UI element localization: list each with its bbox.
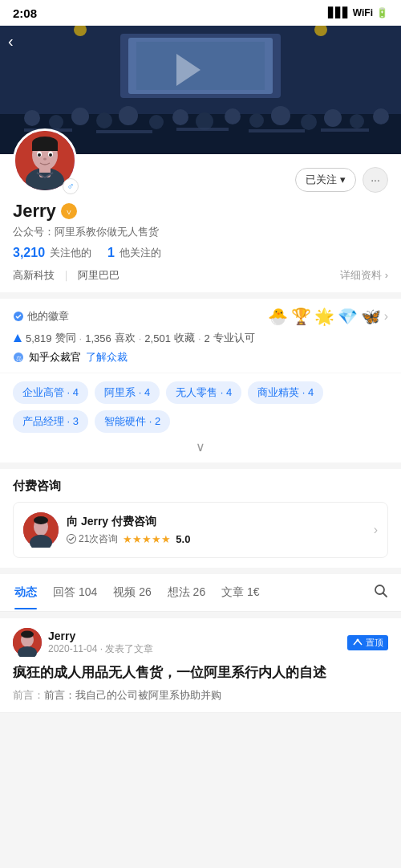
consult-section: 付费咨询 向 Jerry 付费咨询 21次咨询 ★★★★★ [0,469,401,568]
expand-icon[interactable]: ∨ [196,439,205,454]
svg-line-53 [383,593,387,597]
consult-title: 付费咨询 [13,479,388,494]
badge-2: 🏆 [291,307,311,326]
svg-point-49 [34,516,48,524]
status-time: 2:08 [13,6,37,20]
arbiter-link[interactable]: 了解众裁 [86,350,128,365]
feed-excerpt: 前言：前言：我自己的公司被阿里系协助并购 [13,687,388,703]
top-badge-icon [352,637,363,648]
svg-text:⚖: ⚖ [16,355,22,362]
badge-1: 🐣 [268,307,288,326]
tag-1[interactable]: 阿里系 · 4 [95,381,160,404]
tags-section: 企业高管 · 4 阿里系 · 4 无人零售 · 4 商业精英 · 4 产品经理 … [0,373,401,463]
svg-point-56 [21,631,34,638]
status-bar: 2:08 ▋▋▋ WiFi 🔋 [0,0,401,26]
tag-2[interactable]: 无人零售 · 4 [166,381,241,404]
tab-articles[interactable]: 文章 1€ [213,576,267,609]
svg-rect-3 [136,42,265,90]
signal-icon: ▋▋▋ [328,7,350,18]
status-icons: ▋▋▋ WiFi 🔋 [328,7,388,18]
svg-point-21 [350,114,364,128]
badge-pin-icon [13,311,24,322]
message-button[interactable]: ··· [363,167,388,193]
svg-point-20 [324,109,342,127]
favorites-count: 1,356 [85,332,111,344]
rating-stars: ★★★★★ [123,533,171,545]
tab-videos[interactable]: 视频 26 [105,576,159,609]
likes-label: 赞同 [55,331,76,345]
verified-icon: V [63,206,75,217]
svg-point-22 [373,108,389,124]
rating-value: 5.0 [176,533,190,545]
likes-count: 5,819 [26,332,52,344]
message-icon: ··· [371,173,380,186]
svg-point-37 [49,153,52,157]
arbiter-row: ⚖ 知乎众裁官 了解众裁 [13,350,388,365]
badges-chevron[interactable]: › [384,309,388,324]
feed-avatar [13,628,42,657]
svg-point-14 [172,109,188,125]
badge-3: 🌟 [314,307,334,326]
consult-card[interactable]: 向 Jerry 付费咨询 21次咨询 ★★★★★ 5.0 › [13,502,388,558]
feed-section: Jerry 2020-11-04 · 发表了文章 置顶 疯狂的成人用品无人售货，… [0,618,401,713]
action-buttons: 已关注 ▾ ··· [295,161,388,193]
badge-5: 🦋 [361,307,381,326]
tag-5[interactable]: 智能硬件 · 2 [95,410,170,433]
badges-label: 他的徽章 [13,309,69,324]
followers-count: 3,210 [13,246,45,260]
svg-point-16 [225,108,241,124]
svg-point-19 [301,114,317,130]
svg-rect-27 [321,128,369,132]
favorites-label: 喜欢 [115,331,136,345]
tag-0[interactable]: 企业高管 · 4 [13,381,88,404]
tab-activity[interactable]: 动态 [6,576,45,609]
svg-point-13 [149,115,164,129]
svg-point-11 [96,112,112,128]
arbiter-icon: ⚖ [13,352,24,363]
feed-date: 2020-11-04 · 发表了文章 [48,642,153,656]
feed-title[interactable]: 疯狂的成人用品无人售货，一位阿里系行内人的自述 [13,663,388,683]
tags-grid: 企业高管 · 4 阿里系 · 4 无人零售 · 4 商业精英 · 4 产品经理 … [13,381,388,433]
tab-thoughts[interactable]: 想法 26 [160,576,213,609]
svg-point-10 [71,108,89,125]
feed-user-info: Jerry 2020-11-04 · 发表了文章 [13,628,153,657]
tag-3[interactable]: 商业精英 · 4 [248,381,323,404]
svg-point-15 [196,112,213,130]
svg-point-9 [49,115,63,129]
tab-search-button[interactable] [367,574,395,611]
profile-section: ♂ 已关注 ▾ ··· Jerry V 公众号：阿里系教你做无人售货 3,210… [0,154,401,292]
tag-4[interactable]: 产品经理 · 3 [13,410,88,433]
svg-point-8 [24,110,40,126]
arbiter-title: 知乎众裁官 [29,350,81,365]
consult-info: 向 Jerry 付费咨询 21次咨询 ★★★★★ 5.0 [67,515,366,546]
svg-point-40 [43,158,47,161]
svg-rect-58 [352,637,363,648]
svg-point-59 [357,639,359,642]
check-circle-icon [67,534,76,544]
tabs-section: 动态 回答 104 视频 26 想法 26 文章 1€ [0,574,401,612]
activity-stats: 5,819 赞同 · 1,356 喜欢 · 2,501 收藏 · 2 专业认可 [13,331,388,345]
back-button[interactable]: ‹ [8,32,14,51]
badges-row: 他的徽章 🐣 🏆 🌟 💎 🦋 › [13,307,388,326]
svg-point-18 [271,106,290,125]
tab-answers[interactable]: 回答 104 [45,576,105,609]
bio-row: 高新科技 ｜ 阿里巴巴 详细资料 › [13,268,388,283]
svg-rect-38 [35,149,43,151]
svg-marker-44 [14,334,22,342]
stats-row: 3,210 关注他的 1 他关注的 [13,246,388,260]
bio-separator: ｜ [61,268,71,283]
top-badge: 置顶 [347,635,388,650]
detail-link[interactable]: 详细资料 › [340,268,388,283]
feed-user-name: Jerry [48,630,153,642]
feed-header: Jerry 2020-11-04 · 发表了文章 置顶 [13,628,388,657]
excerpt-prefix: 前言： [13,689,44,701]
follow-button[interactable]: 已关注 ▾ [295,168,356,192]
name-row: Jerry V [13,201,388,222]
collections-label: 收藏 [174,331,195,345]
consult-count: 21次咨询 [67,532,118,546]
svg-rect-24 [96,130,152,133]
pro-label: 专业认可 [213,331,255,345]
consult-avatar [23,512,59,548]
expand-row: ∨ [13,433,388,458]
wifi-icon: WiFi [353,7,373,18]
